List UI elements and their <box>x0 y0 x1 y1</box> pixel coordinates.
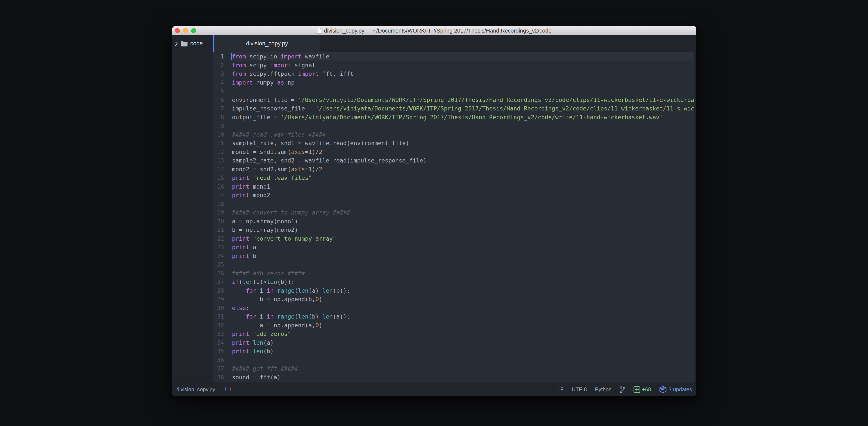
status-encoding[interactable]: UTF-8 <box>572 387 587 393</box>
code-line-4[interactable]: import numpy as np <box>232 78 694 87</box>
window-controls <box>175 26 196 35</box>
code-line-31[interactable]: for i in range(len(b)-len(a)): <box>232 312 694 321</box>
code-line-35[interactable]: print len(b) <box>232 347 694 356</box>
code-line-30[interactable]: else: <box>232 304 694 313</box>
line-number: 37 <box>213 364 224 373</box>
code-line-19[interactable]: ##### convert to numpy array ##### <box>232 208 694 217</box>
window-title: division_copy.py — ~/Documents/WORK/ITP/… <box>324 27 552 34</box>
document-icon <box>317 28 322 34</box>
code-line-22[interactable]: print "convert to numpy array" <box>232 234 694 243</box>
line-number: 18 <box>213 200 224 208</box>
code-line-32[interactable]: a = np.append(a,0) <box>232 321 694 330</box>
code-line-8[interactable]: output_file = '/Users/viniyata/Documents… <box>232 113 694 122</box>
line-number: 32 <box>213 321 224 330</box>
minimize-button[interactable] <box>183 28 188 33</box>
folder-name: code <box>190 40 203 47</box>
code-line-34[interactable]: print len(a) <box>232 338 694 347</box>
line-number: 1 <box>213 52 224 61</box>
folder-icon <box>181 41 188 47</box>
code-line-25[interactable] <box>232 260 694 269</box>
line-number: 12 <box>213 148 224 157</box>
line-number: 20 <box>213 217 224 226</box>
close-button[interactable] <box>175 28 180 33</box>
code-line-24[interactable]: print b <box>232 252 694 260</box>
tab-bar: division_copy.py <box>213 35 696 52</box>
code-line-15[interactable]: print "read .wav files" <box>232 174 694 182</box>
line-number: 13 <box>213 156 224 165</box>
line-number: 11 <box>213 139 224 148</box>
tab-division-copy[interactable]: division_copy.py <box>214 35 320 52</box>
code-line-2[interactable]: from scipy import signal <box>232 61 694 70</box>
code-line-14[interactable]: mono2 = snd2.sum(axis=1)/2 <box>232 165 694 174</box>
git-branch-icon[interactable] <box>620 386 625 393</box>
line-number: 38 <box>213 373 224 382</box>
code-line-9[interactable] <box>232 121 694 131</box>
line-number: 19 <box>213 208 224 217</box>
line-number: 36 <box>213 356 224 365</box>
code-line-38[interactable]: sound = fft(a) <box>232 373 694 382</box>
status-bar: division_copy.py 1:1 LF UTF-8 Python <box>172 382 696 396</box>
line-number: 27 <box>213 278 224 286</box>
code-line-7[interactable]: impulse_response_file = '/Users/viniyata… <box>232 104 694 113</box>
line-number: 17 <box>213 191 224 200</box>
code-line-10[interactable]: ##### read .wav files ##### <box>232 131 694 139</box>
titlebar: division_copy.py — ~/Documents/WORK/ITP/… <box>172 26 696 35</box>
code-line-17[interactable]: print mono2 <box>232 191 694 200</box>
sidebar-item-code-folder[interactable]: code <box>172 35 213 52</box>
code-area: from scipy.io import wavfilefrom scipy i… <box>232 52 694 382</box>
code-line-26[interactable]: ##### add zeros ##### <box>232 269 694 278</box>
line-number: 15 <box>213 174 224 182</box>
code-line-33[interactable]: print "add zeros" <box>232 330 694 338</box>
app-chrome: code division_copy.py 123456789101112131… <box>172 35 696 396</box>
code-line-12[interactable]: mono1 = snd1.sum(axis=1)/2 <box>232 148 694 157</box>
code-line-23[interactable]: print a <box>232 243 694 252</box>
text-cursor <box>231 53 232 60</box>
gutter: 1234567891011121314151617181920212223242… <box>213 52 224 382</box>
line-number: 9 <box>213 121 224 131</box>
line-number: 26 <box>213 269 224 278</box>
code-line-3[interactable]: from scipy.fftpack import fft, ifft <box>232 69 694 78</box>
tab-label: division_copy.py <box>246 40 288 47</box>
line-number: 8 <box>213 113 224 122</box>
line-number: 5 <box>213 87 224 96</box>
code-line-16[interactable]: print mono1 <box>232 182 694 191</box>
status-cursor-position[interactable]: 1:1 <box>224 387 232 393</box>
code-line-1[interactable]: from scipy.io import wavfile <box>232 52 694 61</box>
code-line-29[interactable]: b = np.append(b,0) <box>232 295 694 304</box>
editor-pane[interactable]: 1234567891011121314151617181920212223242… <box>213 52 694 382</box>
code-line-21[interactable]: b = np.array(mono2) <box>232 226 694 234</box>
plus-box-icon <box>633 386 640 393</box>
line-number: 28 <box>213 286 224 295</box>
line-number: 6 <box>213 96 224 105</box>
code-line-36[interactable] <box>232 356 694 365</box>
zoom-button[interactable] <box>191 28 196 33</box>
code-line-37[interactable]: ##### get fft ##### <box>232 364 694 373</box>
code-line-5[interactable] <box>232 87 694 96</box>
status-file-name[interactable]: division_copy.py <box>176 387 215 393</box>
tree-view: code <box>172 35 213 382</box>
code-line-13[interactable]: sample2_rate, snd2 = wavfile.read(impuls… <box>232 156 694 165</box>
code-line-20[interactable]: a = np.array(mono1) <box>232 217 694 226</box>
line-number: 3 <box>213 69 224 78</box>
line-number: 33 <box>213 330 224 338</box>
status-language[interactable]: Python <box>595 387 612 393</box>
line-number: 31 <box>213 312 224 321</box>
chevron-right-icon[interactable] <box>175 41 178 46</box>
line-number: 23 <box>213 243 224 252</box>
code-line-11[interactable]: sample1_rate, snd1 = wavfile.read(enviro… <box>232 139 694 148</box>
scrollbar-track[interactable] <box>694 52 696 382</box>
status-line-ending[interactable]: LF <box>557 387 563 393</box>
code-line-18[interactable] <box>232 200 694 208</box>
code-line-6[interactable]: environment_file = '/Users/viniyata/Docu… <box>232 96 694 105</box>
line-number: 16 <box>213 182 224 191</box>
line-number: 21 <box>213 226 224 234</box>
code-line-28[interactable]: for i in range(len(a)-len(b)): <box>232 286 694 295</box>
line-number: 2 <box>213 61 224 70</box>
package-updates[interactable]: 3 updates <box>659 386 692 393</box>
code-line-27[interactable]: if(len(a)>len(b)): <box>232 278 694 286</box>
line-number: 7 <box>213 104 224 113</box>
line-number: 30 <box>213 304 224 313</box>
git-diff-added[interactable]: +68 <box>633 386 651 393</box>
line-number: 35 <box>213 347 224 356</box>
line-number: 22 <box>213 234 224 243</box>
